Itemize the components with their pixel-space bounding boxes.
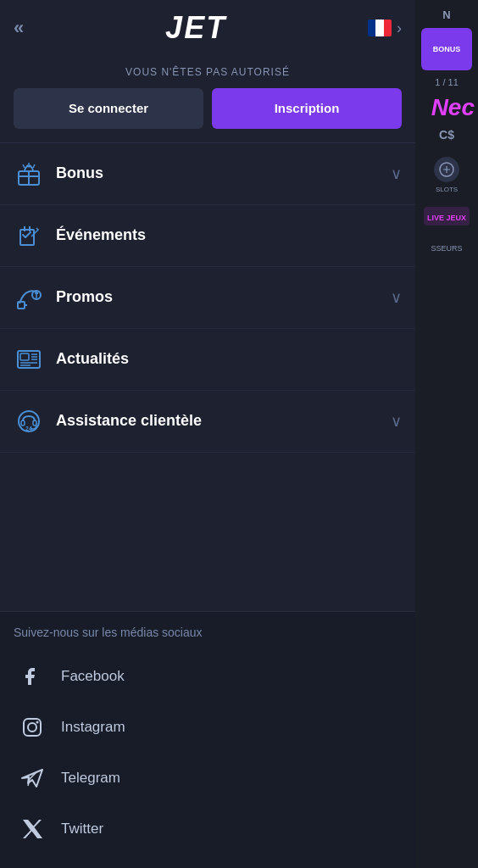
- menu-item-evenements[interactable]: Événements: [0, 205, 415, 267]
- right-panel: N BONUS 1 / 11 Nec C$ SLOTS LIVE JEUX SS…: [415, 0, 478, 868]
- social-item-facebook[interactable]: Facebook: [14, 651, 402, 702]
- assistance-icon: 24: [14, 406, 44, 437]
- menu-promos-label: Promos: [56, 288, 391, 306]
- menu-evenements-label: Événements: [56, 226, 402, 244]
- right-panel-sports: SLOTS: [434, 157, 459, 193]
- twitter-label: Twitter: [61, 821, 103, 837]
- evenements-icon: [14, 220, 44, 251]
- sports-icon: [434, 157, 459, 182]
- menu-actualites-label: Actualités: [56, 350, 402, 368]
- instagram-label: Instagram: [61, 719, 125, 736]
- svg-point-12: [36, 721, 39, 724]
- right-panel-bottom: SSEURS: [431, 239, 462, 254]
- svg-point-11: [28, 723, 36, 732]
- auth-buttons: Se connecter Inscription: [14, 88, 402, 129]
- live-badge: LIVE JEUX: [424, 207, 470, 225]
- right-panel-promo-banner: BONUS: [421, 28, 472, 70]
- menu-assistance-label: Assistance clientèle: [56, 412, 391, 430]
- close-sidebar-button[interactable]: «: [14, 17, 24, 39]
- sidebar-header: « JET ›: [0, 0, 415, 56]
- right-panel-live: LIVE JEUX: [424, 207, 470, 225]
- live-badge-text: LIVE JEUX: [427, 214, 466, 222]
- social-label: Suivez-nous sur les médias sociaux: [14, 626, 402, 639]
- login-button[interactable]: Se connecter: [14, 88, 203, 129]
- social-item-instagram[interactable]: Instagram: [14, 702, 402, 753]
- right-panel-currency: C$: [439, 128, 454, 142]
- social-item-twitter[interactable]: Twitter: [14, 804, 402, 854]
- facebook-label: Facebook: [61, 668, 125, 685]
- actualites-icon: [14, 344, 44, 375]
- menu-bonus-label: Bonus: [56, 164, 391, 182]
- bonus-icon: [14, 159, 44, 189]
- bonus-chevron-icon: ∨: [391, 164, 402, 183]
- language-flag[interactable]: [368, 19, 392, 36]
- menu-list: Bonus ∨ Événements: [0, 143, 415, 612]
- promos-icon: [14, 282, 44, 313]
- auth-label: VOUS N'ÊTES PAS AUTORISÉ: [14, 66, 402, 78]
- svg-rect-1: [20, 230, 34, 245]
- assistance-chevron-icon: ∨: [391, 412, 402, 431]
- auth-section: VOUS N'ÊTES PAS AUTORISÉ Se connecter In…: [0, 56, 415, 143]
- header-right: ›: [368, 19, 402, 37]
- svg-rect-5: [20, 353, 29, 360]
- telegram-icon: [17, 763, 47, 793]
- sports-label: SLOTS: [436, 186, 458, 193]
- twitter-icon: [17, 814, 47, 844]
- menu-item-bonus[interactable]: Bonus ∨: [0, 143, 415, 205]
- promos-chevron-icon: ∨: [391, 288, 402, 307]
- sseurs-label: SSEURS: [431, 244, 462, 253]
- right-panel-n: N: [442, 8, 450, 21]
- social-section: Suivez-nous sur les médias sociaux Faceb…: [0, 611, 415, 868]
- telegram-label: Telegram: [61, 770, 120, 787]
- right-panel-counter: 1 / 11: [435, 77, 459, 87]
- register-button[interactable]: Inscription: [212, 88, 402, 129]
- instagram-icon: [17, 712, 47, 743]
- menu-item-actualites[interactable]: Actualités: [0, 329, 415, 391]
- svg-rect-2: [18, 302, 25, 309]
- social-item-telegram[interactable]: Telegram: [14, 753, 402, 804]
- svg-text:24: 24: [25, 426, 32, 431]
- right-panel-nec: Nec: [415, 94, 478, 121]
- facebook-icon: [17, 661, 47, 692]
- menu-item-promos[interactable]: Promos ∨: [0, 267, 415, 329]
- app-logo: JET: [165, 10, 226, 46]
- language-chevron-icon[interactable]: ›: [397, 19, 402, 37]
- menu-item-assistance[interactable]: 24 Assistance clientèle ∨: [0, 391, 415, 453]
